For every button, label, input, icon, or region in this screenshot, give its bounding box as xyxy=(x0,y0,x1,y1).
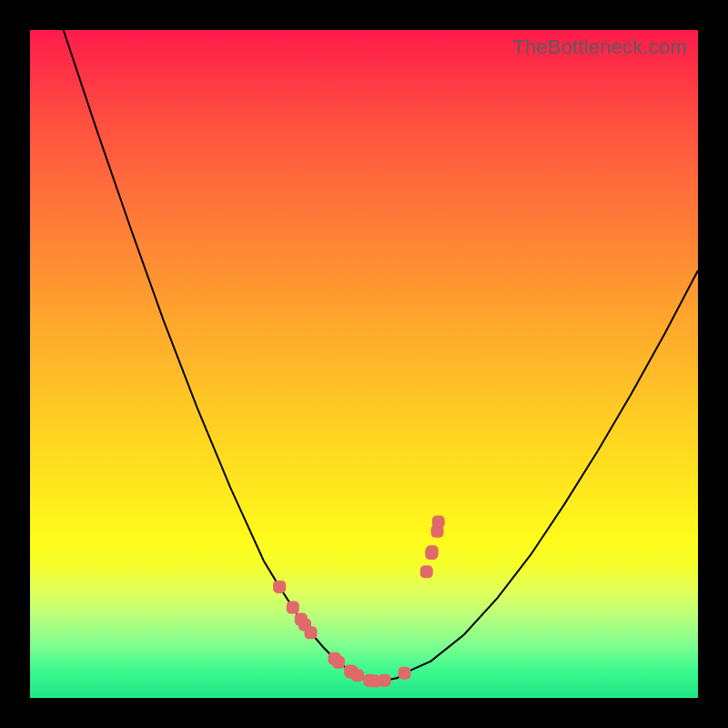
marker-layer xyxy=(273,516,445,688)
data-marker xyxy=(420,565,433,578)
data-marker xyxy=(351,669,364,682)
data-marker xyxy=(426,545,439,558)
data-marker xyxy=(273,581,286,593)
chart-svg xyxy=(30,30,698,698)
plot-area: TheBottleneck.com xyxy=(30,30,698,698)
data-marker xyxy=(398,667,410,680)
data-marker xyxy=(305,626,318,639)
chart-frame: TheBottleneck.com xyxy=(0,0,728,728)
bottleneck-curve xyxy=(30,0,698,682)
data-marker xyxy=(379,674,391,687)
data-marker xyxy=(332,656,345,669)
data-marker xyxy=(432,516,445,529)
data-marker xyxy=(287,602,299,614)
